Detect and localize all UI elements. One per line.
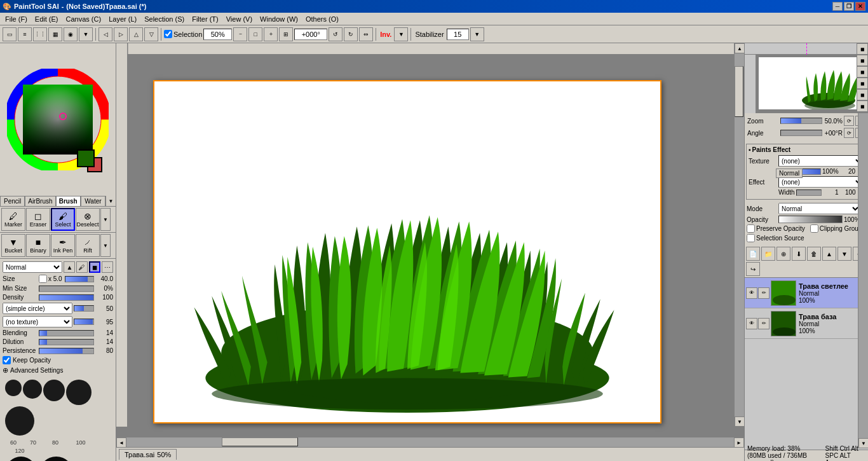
binary-tool[interactable]: ■ Binary (26, 234, 50, 257)
clipping-group-checkbox[interactable] (810, 224, 818, 233)
menu-file[interactable]: File (F) (1, 14, 31, 24)
canvas-h-thumb[interactable] (222, 437, 298, 446)
min-size-slider[interactable] (39, 286, 94, 292)
preset-200[interactable] (39, 457, 74, 461)
stabilizer-dropdown[interactable]: ▼ (470, 27, 484, 41)
mini-btn-6[interactable]: ◼ (857, 100, 868, 112)
toolbar-nav-btn-1[interactable]: ◁ (98, 27, 112, 41)
toolbar-btn-3[interactable]: ⋮⋮ (33, 27, 47, 41)
tab-water[interactable]: Water (81, 196, 105, 206)
inv-dropdown[interactable]: ▼ (394, 27, 408, 41)
minimize-button[interactable]: ─ (832, 2, 843, 11)
toolbar-btn-1[interactable]: ▭ (3, 27, 17, 41)
menu-edit[interactable]: Edit (E) (31, 14, 62, 24)
preset-120[interactable] (5, 406, 34, 436)
layer-item-1[interactable]: 👁 ✏ Трава база Normal 100% (745, 308, 868, 339)
tool-tab-scroll[interactable]: ▼ (105, 196, 116, 206)
layer-item-0[interactable]: 👁 ✏ Трава светлее Normal 100% (745, 278, 868, 308)
shape-btn-2[interactable]: 🖋 (76, 261, 88, 273)
stabilizer-input[interactable] (447, 29, 469, 40)
toolbar-nav-btn-2[interactable]: ▷ (114, 27, 128, 41)
zoom-100-btn[interactable]: □ (248, 27, 262, 41)
selection-source-checkbox[interactable] (747, 234, 755, 242)
angle-reset[interactable]: ⟳ (844, 128, 854, 138)
layer-down-btn[interactable]: ▼ (837, 247, 851, 261)
mini-btn-2[interactable]: ◼ (857, 55, 868, 66)
shape-btn-4[interactable]: ⋯ (102, 261, 113, 273)
inkpen-tool[interactable]: ✒ Ink Pen (51, 234, 75, 257)
paints-collapse-icon[interactable]: ▪ (749, 146, 751, 153)
drawing-canvas[interactable] (153, 80, 661, 423)
zoom-out-btn[interactable]: － (233, 27, 247, 41)
close-button[interactable]: ✕ (855, 2, 865, 11)
canvas-scroll-area[interactable]: ▲ ▼ ◼ (116, 43, 744, 437)
layer-eye-0[interactable]: 👁 (746, 287, 757, 299)
layer-pen-0[interactable]: ✏ (758, 287, 770, 299)
angle-slider[interactable] (780, 130, 822, 136)
tab-pencil[interactable]: Pencil (0, 196, 25, 206)
zoom-reset[interactable]: ⟳ (844, 116, 854, 126)
brush-shape-slider[interactable] (74, 305, 94, 312)
toolbar-nav-btn-3[interactable]: △ (129, 27, 143, 41)
flip-h-btn[interactable]: ⇔ (359, 27, 373, 41)
mini-btn-5[interactable]: ◼ (857, 89, 868, 100)
eraser-tool[interactable]: ◻ Eraser (26, 208, 50, 231)
toolbar-dropdown-arrow[interactable]: ▼ (79, 27, 93, 41)
selection-checkbox[interactable] (164, 30, 172, 38)
tool-scroll-down[interactable]: ▼ (100, 208, 111, 231)
preserve-opacity-checkbox[interactable] (747, 224, 755, 233)
zoom-input[interactable] (203, 29, 232, 40)
width-slider[interactable] (796, 189, 822, 196)
rotate-ccw-btn[interactable]: ↺ (329, 27, 342, 41)
mini-btn-1[interactable]: ◼ (857, 43, 868, 55)
shape-btn-3[interactable]: ◼ (89, 261, 100, 273)
opacity-slider[interactable] (778, 216, 843, 223)
layer-pen-1[interactable]: ✏ (758, 318, 770, 329)
new-layer-btn[interactable]: 📄 (746, 247, 760, 261)
menu-selection[interactable]: Selection (S) (140, 14, 188, 24)
layer-up-btn[interactable]: ▲ (822, 247, 836, 261)
keep-opacity-checkbox[interactable] (3, 356, 11, 364)
brush-texture-slider[interactable] (74, 319, 94, 325)
canvas-scroll-right[interactable]: ► (734, 437, 744, 448)
menu-others[interactable]: Others (O) (302, 14, 342, 24)
layer-delete-btn[interactable]: 🗑 (807, 247, 821, 261)
deselect-tool[interactable]: ⊗ Deselect (76, 208, 100, 231)
bucket-tool[interactable]: ▼ Bucket (1, 234, 25, 257)
layer-copy-btn[interactable]: ⊕ (776, 247, 790, 261)
restore-button[interactable]: ❐ (844, 2, 854, 11)
canvas-scroll-up[interactable]: ▲ (735, 43, 744, 53)
preset-80[interactable] (43, 380, 65, 401)
dilution-slider[interactable] (39, 339, 94, 345)
preset-160[interactable] (5, 457, 37, 461)
mode-select[interactable]: Normal (778, 203, 861, 214)
size-slider[interactable] (65, 276, 94, 282)
toolbar-btn-5[interactable]: ◉ (64, 27, 78, 41)
layer-merge-btn[interactable]: ⬇ (792, 247, 806, 261)
brush-texture-select[interactable]: (no texture) (3, 316, 72, 327)
density-slider[interactable] (39, 294, 94, 301)
layer-eye-1[interactable]: 👁 (746, 318, 757, 329)
size-lock-checkbox[interactable] (39, 275, 47, 283)
canvas-v-thumb[interactable] (735, 66, 743, 117)
shape-btn-1[interactable]: ▲ (64, 261, 75, 273)
angle-input[interactable] (294, 29, 327, 40)
tab-airbrush[interactable]: AirBrush (25, 196, 55, 206)
marker-tool[interactable]: 🖊 Marker (1, 208, 25, 231)
persistence-slider[interactable] (39, 348, 94, 354)
preset-60[interactable] (5, 380, 22, 396)
canvas-tab[interactable]: Трава.sai 50% (119, 449, 177, 460)
tab-brush[interactable]: Brush (56, 196, 81, 206)
menu-canvas[interactable]: Canvas (C) (62, 14, 105, 24)
rotate-cw-btn[interactable]: ↻ (344, 27, 358, 41)
canvas-scroll-down[interactable]: ▼ (735, 416, 744, 427)
new-folder-btn[interactable]: 📁 (761, 247, 775, 261)
menu-window[interactable]: Window (W) (256, 14, 302, 24)
texture-select[interactable]: (none) (778, 155, 864, 167)
menu-layer[interactable]: Layer (L) (105, 14, 140, 24)
toolbar-btn-2[interactable]: ≡ (18, 27, 32, 41)
menu-filter[interactable]: Filter (T) (188, 14, 222, 24)
canvas-scroll-left[interactable]: ◄ (116, 437, 126, 448)
menu-view[interactable]: View (V) (222, 14, 256, 24)
select-tool[interactable]: 🖌 Select (51, 208, 75, 231)
